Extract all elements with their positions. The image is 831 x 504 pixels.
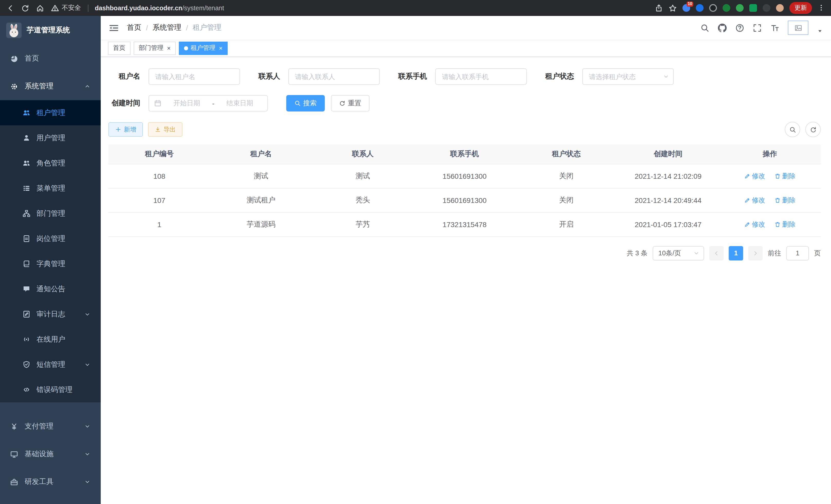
sidebar-item-online-users[interactable]: 在线用户	[0, 327, 101, 352]
delete-button[interactable]: 删除	[774, 171, 796, 181]
tag-dept[interactable]: 部门管理 ×	[134, 41, 176, 55]
list-icon	[23, 184, 30, 192]
sidebar-item-role[interactable]: 角色管理	[0, 151, 101, 176]
chevron-down-icon	[84, 451, 90, 457]
tag-label: 首页	[113, 44, 125, 52]
close-icon[interactable]: ×	[219, 45, 223, 51]
edit-button[interactable]: 修改	[744, 196, 765, 205]
chevron-up-icon	[84, 83, 90, 89]
sidebar-item-user[interactable]: 用户管理	[0, 125, 101, 151]
delete-button[interactable]: 删除	[774, 196, 796, 205]
page-content: 租户名 联系人 联系手机 租户状态	[101, 57, 831, 504]
sidebar-item-label: 在线用户	[36, 335, 65, 344]
sidebar-item-infra[interactable]: 基础设施	[0, 440, 101, 468]
tag-home[interactable]: 首页	[108, 41, 131, 55]
chevron-down-icon	[84, 479, 90, 485]
table-toolbar: 新增 导出	[109, 122, 821, 137]
table-row: 108 测试 测试 15601691300 关闭 2021-12-14 21:0…	[109, 164, 821, 188]
tenant-name-input[interactable]	[148, 68, 240, 85]
back-icon[interactable]	[6, 4, 15, 12]
search-button[interactable]: 搜索	[286, 95, 325, 112]
sidebar-item-audit-log[interactable]: 审计日志	[0, 302, 101, 327]
edit-button[interactable]: 修改	[744, 219, 765, 229]
browser-menu-icon[interactable]	[818, 4, 825, 12]
edit-button[interactable]: 修改	[744, 171, 765, 181]
browser-toolbar: 不安全 dashboard.yudao.iocoder.cn/system/te…	[0, 0, 831, 16]
sidebar-item-dev-tools[interactable]: 研发工具	[0, 468, 101, 496]
profile-avatar-icon[interactable]	[776, 4, 784, 12]
search-icon[interactable]	[700, 23, 709, 32]
caret-down-icon[interactable]	[817, 28, 823, 34]
delete-label: 删除	[782, 219, 796, 229]
sidebar-item-home[interactable]: 首页	[0, 45, 101, 72]
share-icon[interactable]	[655, 4, 663, 12]
sidebar-item-error-code[interactable]: 错误码管理	[0, 377, 101, 402]
home-icon[interactable]	[36, 4, 44, 12]
goto-page-input[interactable]	[786, 246, 809, 260]
extension-icon[interactable]	[709, 4, 717, 12]
cell-created: 2021-12-14 21:02:09	[617, 164, 719, 188]
delete-button[interactable]: 删除	[774, 219, 796, 229]
font-size-icon[interactable]	[770, 23, 779, 32]
app-window: 芋道管理系统 首页 系统管理 租户管理 用户管理	[0, 16, 831, 504]
url-host: dashboard.yudao.iocoder.cn	[95, 4, 182, 11]
extension-icon[interactable]	[736, 4, 744, 12]
sidebar-item-tenant[interactable]: 租户管理	[0, 100, 101, 125]
breadcrumb-item[interactable]: 系统管理	[153, 23, 181, 32]
cell-tenant-id: 107	[109, 188, 210, 212]
contact-input[interactable]	[288, 68, 380, 85]
sidebar-item-system[interactable]: 系统管理	[0, 72, 101, 100]
filter-phone: 联系手机	[398, 68, 527, 85]
date-start-placeholder: 开始日期	[165, 99, 209, 108]
column-header: 联系人	[312, 144, 414, 164]
breadcrumb-item[interactable]: 首页	[127, 23, 141, 32]
book-icon	[23, 260, 30, 268]
sidebar-item-sms[interactable]: 短信管理	[0, 352, 101, 377]
sidebar-item-label: 首页	[25, 54, 39, 63]
browser-update-button[interactable]: 更新	[790, 2, 812, 14]
fullscreen-icon[interactable]	[753, 23, 762, 32]
page-size-select[interactable]: 10条/页	[653, 246, 704, 260]
status-select[interactable]	[582, 68, 674, 85]
user-avatar[interactable]	[788, 21, 808, 35]
sidebar-item-label: 部门管理	[36, 209, 65, 218]
delete-label: 删除	[782, 196, 796, 205]
extension-icon[interactable]	[763, 4, 770, 12]
url-path: /system/tenant	[182, 4, 224, 11]
chevron-down-icon	[84, 361, 90, 367]
extension-icon[interactable]: 10	[683, 4, 690, 12]
extension-icon[interactable]	[696, 4, 704, 12]
add-button[interactable]: 新增	[109, 122, 143, 137]
goto-unit: 页	[814, 248, 821, 258]
date-range-picker[interactable]: 开始日期 - 结束日期	[148, 95, 268, 112]
extension-icon[interactable]	[722, 4, 730, 12]
page-number[interactable]: 1	[729, 246, 743, 260]
prev-page-button[interactable]	[709, 246, 724, 260]
sidebar-item-payment[interactable]: 支付管理	[0, 413, 101, 440]
breadcrumb-item-current: 租户管理	[193, 23, 222, 32]
toggle-search-button[interactable]	[785, 122, 800, 137]
github-icon[interactable]	[718, 23, 727, 32]
column-header: 操作	[719, 144, 821, 164]
bookmark-star-icon[interactable]	[668, 4, 677, 12]
security-chip[interactable]: 不安全	[51, 4, 81, 12]
reset-button[interactable]: 重置	[331, 95, 370, 112]
sidebar-item-post[interactable]: 岗位管理	[0, 226, 101, 251]
sidebar-item-dept[interactable]: 部门管理	[0, 201, 101, 226]
export-button[interactable]: 导出	[148, 122, 182, 137]
refresh-button[interactable]	[805, 122, 821, 137]
sidebar-item-menu[interactable]: 菜单管理	[0, 176, 101, 201]
tag-tenant[interactable]: 租户管理 ×	[179, 41, 228, 55]
help-icon[interactable]	[736, 23, 744, 32]
phone-input[interactable]	[435, 68, 527, 85]
sidebar-item-notice[interactable]: 通知公告	[0, 276, 101, 302]
close-icon[interactable]: ×	[167, 45, 171, 51]
address-bar[interactable]: dashboard.yudao.iocoder.cn/system/tenant	[95, 4, 648, 11]
reload-icon[interactable]	[21, 4, 29, 12]
sidebar-fold-icon[interactable]	[109, 23, 119, 32]
cell-phone: 17321315478	[414, 212, 515, 236]
sidebar-item-dict[interactable]: 字典管理	[0, 251, 101, 276]
extension-icon[interactable]	[749, 4, 757, 12]
next-page-button[interactable]	[748, 246, 763, 260]
sidebar-bottom-group: 支付管理 基础设施 研发工具	[0, 413, 101, 496]
